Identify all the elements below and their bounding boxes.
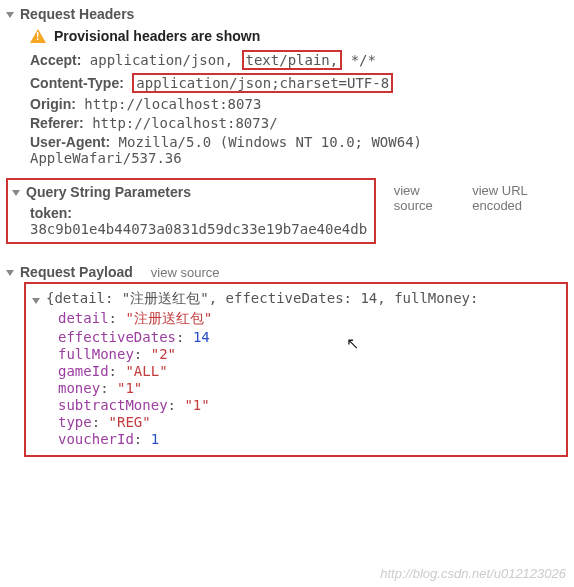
header-referer: Referer: http://localhost:8073/ bbox=[30, 115, 568, 131]
request-headers-toggle[interactable]: Request Headers bbox=[6, 4, 568, 24]
property-value: "ALL" bbox=[125, 363, 167, 379]
chevron-down-icon bbox=[6, 12, 14, 18]
property-key: money bbox=[58, 380, 100, 396]
property-key: type bbox=[58, 414, 92, 430]
request-headers-section: Request Headers Provisional headers are … bbox=[6, 4, 568, 166]
colon: : bbox=[100, 380, 117, 396]
property-value: "注册送红包" bbox=[125, 310, 212, 326]
colon: : bbox=[168, 397, 185, 413]
colon: : bbox=[134, 346, 151, 362]
colon: : bbox=[109, 310, 126, 326]
property-value: "2" bbox=[151, 346, 176, 362]
property-key: fullMoney bbox=[58, 346, 134, 362]
property-value: "REG" bbox=[109, 414, 151, 430]
payload-property: effectiveDates: 14 bbox=[58, 329, 560, 345]
property-value: "1" bbox=[117, 380, 142, 396]
watermark: http://blog.csdn.net/u012123026 bbox=[380, 566, 566, 581]
request-headers-body: Provisional headers are shown Accept: ap… bbox=[6, 28, 568, 166]
header-value: http://localhost:8073/ bbox=[92, 115, 277, 131]
header-content-type: Content-Type: application/json;charset=U… bbox=[30, 73, 568, 93]
request-payload-toggle[interactable]: Request Payload bbox=[6, 262, 133, 282]
header-origin: Origin: http://localhost:8073 bbox=[30, 96, 568, 112]
payload-property: voucherId: 1 bbox=[58, 431, 560, 447]
colon: : bbox=[176, 329, 193, 345]
property-key: detail bbox=[58, 310, 109, 326]
payload-property: type: "REG" bbox=[58, 414, 560, 430]
header-name: User-Agent: bbox=[30, 134, 110, 150]
payload-summary: {detail: "注册送红包", effectiveDates: 14, fu… bbox=[46, 290, 478, 308]
chevron-down-icon bbox=[12, 190, 20, 196]
request-payload-section: Request Payload view source {detail: "注册… bbox=[6, 262, 568, 457]
qs-token: token: 38c9b01e4b44073a0831d59dc33e19b7a… bbox=[30, 205, 370, 237]
chevron-down-icon bbox=[6, 270, 14, 276]
colon: : bbox=[134, 431, 151, 447]
view-source-link[interactable]: view source bbox=[394, 183, 455, 213]
property-key: effectiveDates bbox=[58, 329, 176, 345]
payload-property: detail: "注册送红包" bbox=[58, 310, 560, 328]
property-key: voucherId bbox=[58, 431, 134, 447]
property-value: 14 bbox=[193, 329, 210, 345]
header-value-post: */* bbox=[342, 52, 376, 68]
section-title: Request Headers bbox=[20, 6, 134, 22]
payload-box: {detail: "注册送红包", effectiveDates: 14, fu… bbox=[24, 282, 568, 457]
view-url-encoded-link[interactable]: view URL encoded bbox=[472, 183, 568, 213]
highlight-box: Query String Parameters token: 38c9b01e4… bbox=[6, 178, 376, 244]
warning-text: Provisional headers are shown bbox=[54, 28, 260, 44]
header-value-pre: application/json, bbox=[90, 52, 242, 68]
payload-property: fullMoney: "2" bbox=[58, 346, 560, 362]
header-value: http://localhost:8073 bbox=[84, 96, 261, 112]
query-string-toggle[interactable]: Query String Parameters bbox=[12, 182, 370, 202]
colon: : bbox=[92, 414, 109, 430]
property-key: gameId bbox=[58, 363, 109, 379]
view-source-link[interactable]: view source bbox=[151, 265, 220, 280]
payload-property: subtractMoney: "1" bbox=[58, 397, 560, 413]
param-value: 38c9b01e4b44073a0831d59dc33e19b7ae40e4db bbox=[30, 221, 367, 237]
payload-property: money: "1" bbox=[58, 380, 560, 396]
section-title: Request Payload bbox=[20, 264, 133, 280]
property-value: "1" bbox=[184, 397, 209, 413]
provisional-warning: Provisional headers are shown bbox=[30, 28, 568, 44]
colon: : bbox=[109, 363, 126, 379]
chevron-down-icon bbox=[32, 298, 40, 304]
section-title: Query String Parameters bbox=[26, 184, 191, 200]
param-name: token: bbox=[30, 205, 72, 221]
payload-object-toggle[interactable]: {detail: "注册送红包", effectiveDates: 14, fu… bbox=[32, 290, 560, 308]
header-name: Referer: bbox=[30, 115, 84, 131]
query-string-section: Query String Parameters token: 38c9b01e4… bbox=[6, 178, 568, 250]
property-value: 1 bbox=[151, 431, 159, 447]
highlight-box: application/json;charset=UTF-8 bbox=[132, 73, 393, 93]
property-key: subtractMoney bbox=[58, 397, 168, 413]
header-name: Accept: bbox=[30, 52, 81, 68]
header-name: Origin: bbox=[30, 96, 76, 112]
warning-icon bbox=[30, 29, 46, 43]
header-user-agent: User-Agent: Mozilla/5.0 (Windows NT 10.0… bbox=[30, 134, 568, 166]
payload-property: gameId: "ALL" bbox=[58, 363, 560, 379]
header-name: Content-Type: bbox=[30, 75, 124, 91]
header-accept: Accept: application/json, text/plain, */… bbox=[30, 50, 568, 70]
highlight-box: text/plain, bbox=[242, 50, 343, 70]
